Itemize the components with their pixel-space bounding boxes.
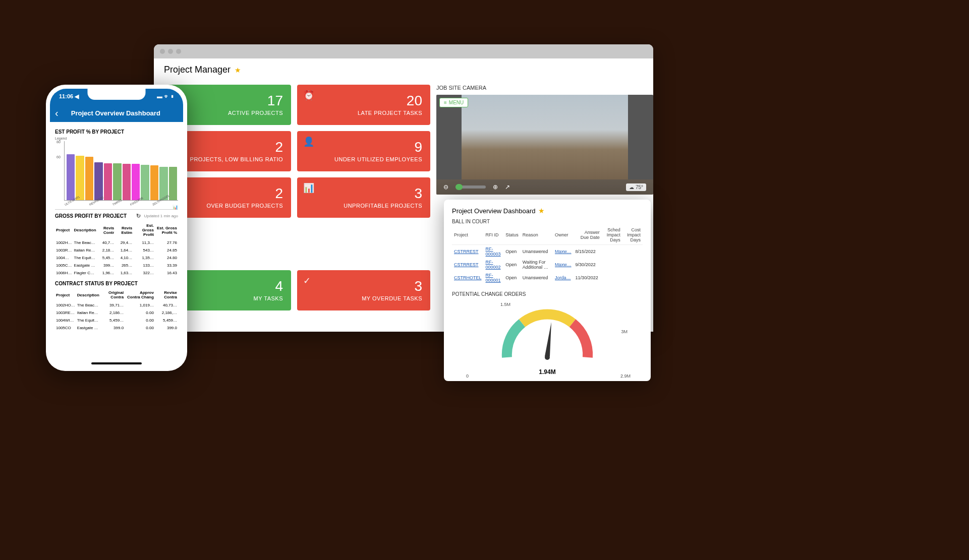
phone-screen: 11:06 ◀ ▬ ᯤ ▮ ‹ Project Overview Dashboa… [50, 89, 183, 367]
table-row[interactable]: CSTRHOTELRF-000001OpenUnansweredJorda…11… [452, 271, 643, 284]
rfi-link[interactable]: RF-000001 [486, 273, 501, 283]
table-header[interactable]: Revis Estim [115, 221, 133, 239]
zoom-out-icon[interactable]: ⊖ [443, 183, 448, 191]
chart-bar[interactable] [67, 154, 75, 200]
camera-menu-button[interactable]: ≡MENU [439, 98, 468, 107]
table-row[interactable]: 1002H…The Beach Hot…40,7…29,4…11,3…27.76 [55, 239, 178, 246]
chart-bar[interactable] [141, 165, 149, 200]
gauge-tick: 1.5M [500, 302, 510, 307]
table-header[interactable]: Est. Gross Profit % [155, 221, 178, 239]
chart-bar[interactable] [104, 163, 112, 200]
table-row[interactable]: 1005C…Eastgate Strip …399…265…133…33.39 [55, 262, 178, 269]
svg-marker-0 [545, 322, 551, 357]
zoom-in-icon[interactable]: ⊕ [493, 183, 498, 191]
tile-icon: 📊 [303, 182, 314, 194]
dashboard-tile[interactable]: ⏰20LATE PROJECT TASKS [297, 85, 430, 125]
dashboard-tile[interactable]: 📊3UNPROFITABLE PROJECTS [297, 177, 430, 218]
window-dot[interactable] [168, 49, 173, 54]
contract-section-title: CONTRACT STATUS BY PROJECT [55, 281, 178, 286]
table-header[interactable]: Description [73, 221, 97, 239]
table-header[interactable]: Project [55, 221, 73, 239]
table-header[interactable]: Project [452, 226, 484, 245]
camera-title: JOB SITE CAMERA [436, 85, 653, 91]
window-dot[interactable] [176, 49, 181, 54]
owner-link[interactable]: Jorda… [555, 275, 571, 280]
table-header[interactable]: Approv Contra Chang [125, 288, 155, 301]
table-header[interactable]: Status [503, 226, 521, 245]
tile-label: UNPROFITABLE PROJECTS [305, 203, 422, 209]
project-link[interactable]: CSTRREST [454, 249, 479, 254]
table-header[interactable]: Revise Contra [155, 288, 178, 301]
chart-bar[interactable] [123, 164, 131, 200]
table-header[interactable]: Owner [553, 226, 574, 245]
star-icon[interactable]: ★ [538, 207, 545, 215]
table-header[interactable]: Reason [521, 226, 553, 245]
project-link[interactable]: CSTRHOTEL [454, 275, 482, 280]
table-row[interactable]: CSTRRESTRF-000003OpenUnansweredMaxw…8/15… [452, 245, 643, 259]
table-header[interactable]: Answer Due Date [574, 226, 602, 245]
owner-link[interactable]: Maxw… [555, 262, 572, 267]
chart-legend-icon[interactable]: 📊 [55, 205, 178, 210]
tile-number: 9 [305, 140, 422, 154]
star-icon[interactable]: ★ [235, 66, 241, 74]
owner-link[interactable]: Maxw… [555, 249, 572, 254]
camera-feed[interactable]: ≡MENU ⊖ ⊕ ↗ ☁75° [436, 95, 653, 195]
table-row[interactable]: 1002HO…The Beach Hotel a…39,71…1,019…40,… [55, 301, 178, 309]
bic-section-title: BALL IN COURT [452, 219, 643, 224]
overview-popup: Project Overview Dashboard ★ BALL IN COU… [444, 200, 651, 381]
refresh-icon[interactable]: ↻ [136, 213, 141, 219]
table-row[interactable]: 1003RE…Italian Restaurant …2,186…0.002,1… [55, 309, 178, 317]
chart-bar[interactable] [85, 157, 93, 200]
hamburger-icon: ≡ [444, 100, 447, 105]
chart-bar[interactable] [150, 165, 158, 200]
profit-chart[interactable]: Legend 80 60 ULTICURR1REVREC02TMR03FIXED… [55, 137, 178, 210]
camera-pillarbox [436, 95, 462, 179]
table-header[interactable]: Description [76, 288, 100, 301]
table-row[interactable]: 1006H…Flagler Custom …1,96…1,63…322…16.4… [55, 269, 178, 277]
phone-body[interactable]: EST PROFIT % BY PROJECT Legend 80 60 ULT… [50, 122, 183, 367]
chart-bar[interactable] [113, 163, 121, 200]
table-header[interactable]: Original Contra [100, 288, 125, 301]
table-row[interactable]: 1004…The Equity Gro…5,45…4,10…1,35…24.80 [55, 254, 178, 262]
chart-bar[interactable] [94, 162, 102, 200]
window-dot[interactable] [160, 49, 165, 54]
popup-title: Project Overview Dashboard ★ [452, 207, 643, 215]
table-header[interactable]: RFI ID [484, 226, 504, 245]
table-header[interactable]: Revis Contr [97, 221, 116, 239]
chart-bar[interactable] [169, 167, 177, 200]
gross-section-title: GROSS PROFIT BY PROJECT ↻ Updated 1 min … [55, 213, 178, 219]
gauge-tick: 2.9M [620, 374, 631, 379]
back-icon[interactable]: ‹ [55, 107, 59, 119]
temp-value: 75° [636, 184, 643, 190]
phone-notch [88, 89, 146, 100]
table-header[interactable]: Project [55, 288, 76, 301]
table-row[interactable]: 1004WI…The Equity Group -…5,459…0.005,45… [55, 317, 178, 324]
table-row[interactable]: CSTRRESTRF-000002OpenWaiting For Additio… [452, 258, 643, 271]
table-row[interactable]: 1005COEastgate Strip Mall399.00.00399.0 [55, 324, 178, 332]
dashboard-tile [297, 224, 430, 264]
table-row[interactable]: 1003R…Italian Restaura…2,18…1,64…543…24.… [55, 246, 178, 254]
rfi-link[interactable]: RF-000003 [486, 246, 501, 257]
table-header[interactable]: Est. Gross Profit [133, 221, 155, 239]
table-header[interactable]: Sched Impact Days [602, 226, 622, 245]
status-time: 11:06 ◀ [59, 93, 79, 100]
dashboard-tile[interactable]: ✓3MY OVERDUE TASKS [297, 270, 430, 310]
camera-pillarbox [628, 95, 653, 179]
gauge-tick: 0 [466, 374, 469, 379]
rfi-link[interactable]: RF-000002 [486, 260, 501, 270]
gauge-chart: 1.94M 0 1.5M 3M 2.9M [452, 302, 643, 388]
share-icon[interactable]: ↗ [505, 183, 510, 191]
chart-bar[interactable] [132, 164, 140, 200]
popup-title-text: Project Overview Dashboard [452, 207, 535, 215]
dashboard-tile[interactable]: 👤9UNDER UTILIZED EMPLOYEES [297, 131, 430, 171]
chart-bar[interactable] [76, 156, 84, 200]
home-indicator[interactable] [91, 362, 142, 364]
weather-badge: ☁75° [626, 183, 646, 191]
gross-profit-table: ProjectDescriptionRevis ContrRevis Estim… [55, 221, 178, 277]
project-link[interactable]: CSTRREST [454, 262, 479, 267]
gauge-tick: 3M [621, 329, 628, 334]
table-header[interactable]: Cost Impact Days [622, 226, 643, 245]
phone-mockup: 11:06 ◀ ▬ ᯤ ▮ ‹ Project Overview Dashboa… [46, 85, 187, 371]
zoom-slider[interactable] [455, 185, 486, 189]
camera-menu-label: MENU [449, 100, 464, 105]
